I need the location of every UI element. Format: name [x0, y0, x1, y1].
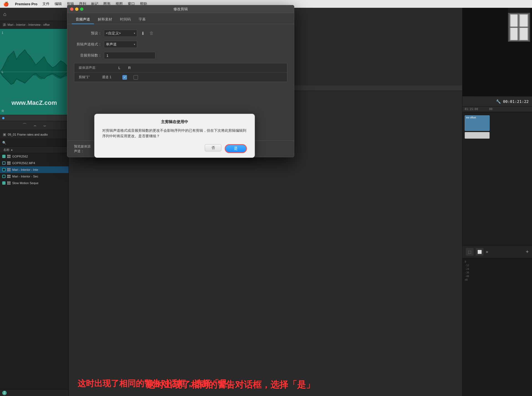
- right-track-area: ew offset: [462, 112, 532, 246]
- clip-blue[interactable]: ew offset: [465, 115, 490, 131]
- preset-select[interactable]: <自定义> ▾: [104, 30, 137, 37]
- timeline-playhead-dot: [2, 117, 4, 119]
- file-name: Slow Motion Seque: [12, 181, 39, 185]
- format-label: 剪辑声道格式：: [74, 42, 102, 47]
- clip-white[interactable]: [465, 132, 490, 139]
- preview-source-label: 预览媒体源声道：: [74, 144, 93, 154]
- project-header: ▣ 09_01 Frame rates and audio: [0, 130, 68, 139]
- delete-preset-button[interactable]: 🗑: [148, 30, 155, 37]
- tab-audio-channels[interactable]: 音频声道: [72, 15, 94, 24]
- sort-arrow-icon: ▲: [11, 148, 13, 151]
- waveform-area: 1 L R www.MacZ.com: [0, 29, 68, 115]
- meter-label-12: -12: [465, 264, 469, 267]
- add-track-icon[interactable]: +: [526, 249, 529, 255]
- timecode-bar: 🔧 00:01:21:22: [462, 97, 532, 106]
- meter-label-db: dB: [465, 278, 468, 281]
- wrench-icon[interactable]: 🔧: [496, 99, 501, 104]
- svg-marker-16: [508, 42, 530, 96]
- save-to-bin-button[interactable]: ⬚: [466, 248, 474, 256]
- list-item[interactable]: Mari - Interior - Sec: [0, 173, 68, 180]
- modal-tabs: 音频声道 解释素材 时间码 字幕: [67, 13, 294, 24]
- download-preset-button[interactable]: ⬇: [139, 30, 146, 37]
- search-bar: 🔍: [0, 139, 68, 146]
- svg-rect-7: [520, 28, 528, 40]
- count-label: 音频剪辑数：: [74, 53, 102, 58]
- grid-icon: [7, 181, 11, 185]
- channel-l-checkbox[interactable]: ✓: [122, 75, 127, 80]
- svg-marker-15: [530, 8, 532, 97]
- svg-rect-8: [508, 13, 530, 14]
- meter-label-0: 0: [465, 260, 466, 263]
- mark-clip-icon[interactable]: ⌣: [43, 123, 46, 128]
- file-name: Mari - Interior - Inte: [12, 168, 38, 171]
- file-icon-teal: [2, 168, 6, 171]
- mark-out-icon[interactable]: ⌢: [34, 123, 37, 128]
- mark-in-icon[interactable]: ⌒: [22, 123, 27, 128]
- menu-edit[interactable]: 编辑: [55, 1, 62, 6]
- channel-row: 剪辑"1" 通道 1 ✓: [74, 73, 287, 82]
- channel-l-label: L: [118, 66, 120, 70]
- grid-icon: [7, 155, 11, 158]
- home-icon[interactable]: ⌂: [3, 11, 6, 17]
- grid-icon: [7, 161, 11, 165]
- maximize-button[interactable]: [80, 7, 83, 11]
- meter-label-48: -48: [465, 275, 469, 278]
- waveform-track-number: 1: [2, 31, 3, 34]
- clip-row-label: 剪辑"1": [79, 75, 95, 80]
- channel-section: 媒体源声道: L R 剪辑"1" 通道 1 ✓: [74, 63, 287, 82]
- alert-buttons: 否 是: [102, 144, 247, 153]
- folder-icon: ▣: [3, 132, 6, 136]
- more-tools-icon[interactable]: »: [486, 249, 488, 254]
- minimize-button[interactable]: [75, 7, 78, 11]
- clip-name: ew offset: [466, 116, 476, 119]
- right-ruler: 01:15:00 00: [462, 106, 532, 112]
- list-item[interactable]: Slow Motion Seque: [0, 180, 68, 186]
- file-name: Mari - Interior - Sec: [12, 175, 38, 178]
- close-button[interactable]: [70, 7, 73, 11]
- channel-r-checkbox[interactable]: [134, 75, 138, 80]
- format-select[interactable]: 单声道 ▾: [104, 41, 137, 48]
- apple-menu[interactable]: 🍎: [3, 1, 9, 7]
- count-input[interactable]: [104, 52, 155, 59]
- tab-caption[interactable]: 字幕: [135, 15, 150, 24]
- waveform-label-r: R: [2, 109, 4, 113]
- sidebar-bottom: Z: [0, 389, 68, 396]
- svg-rect-5: [520, 15, 528, 27]
- search-icon: 🔍: [2, 141, 6, 145]
- menu-premiere-pro[interactable]: Premiere Pro: [15, 2, 37, 6]
- channel-header: 媒体源声道: L R: [74, 63, 287, 73]
- alert-message: 对剪辑声道格式或音频剪辑数的更改不会影响序列中的已有剪辑，但在下次将此剪辑编辑到…: [102, 128, 247, 139]
- watermark: www.MacZ.com: [0, 99, 68, 106]
- modal-title: 修改剪辑: [173, 7, 188, 12]
- file-name: GOPR2562.MP4: [12, 161, 35, 165]
- svg-rect-13: [508, 27, 530, 27]
- playhead-controls: ⌒ ⌢ ⌣: [0, 121, 68, 130]
- tab-timecode[interactable]: 时间码: [116, 15, 135, 24]
- file-list: GOPR2562 GOPR2562.MP4 Mari - Interior - …: [0, 153, 68, 389]
- search-input[interactable]: [8, 141, 66, 145]
- preview-image: [462, 8, 532, 97]
- file-column-header: 名称 ▲: [3, 148, 13, 152]
- menu-file[interactable]: 文件: [42, 1, 50, 6]
- svg-rect-9: [508, 40, 530, 42]
- svg-marker-14: [462, 8, 508, 97]
- grid-icon: [7, 175, 11, 178]
- svg-marker-0: [0, 50, 68, 85]
- alert-no-button[interactable]: 否: [205, 144, 221, 151]
- lift-button[interactable]: ⬜: [476, 248, 484, 256]
- chevron-down-icon: ▾: [134, 32, 135, 35]
- format-value: 单声道: [106, 42, 134, 47]
- tab-interpret-footage[interactable]: 解释素材: [94, 15, 116, 24]
- track-row-label: 通道 1: [102, 75, 116, 80]
- list-item[interactable]: GOPR2562: [0, 153, 68, 160]
- source-label: 源: Mari - Interior - Interview - offse: [0, 21, 68, 29]
- right-ruler-label-2: 00: [489, 108, 492, 111]
- preset-label: 预设：: [74, 31, 102, 36]
- file-name: GOPR2562: [12, 155, 28, 158]
- file-icon-green: [2, 155, 6, 158]
- list-item[interactable]: Mari - Interior - Inte: [0, 166, 68, 173]
- left-sidebar: ⌂ 源: Mari - Interior - Interview - offse…: [0, 8, 69, 396]
- alert-yes-button[interactable]: 是: [225, 144, 247, 153]
- grid-icon: [7, 168, 11, 171]
- list-item[interactable]: GOPR2562.MP4: [0, 160, 68, 166]
